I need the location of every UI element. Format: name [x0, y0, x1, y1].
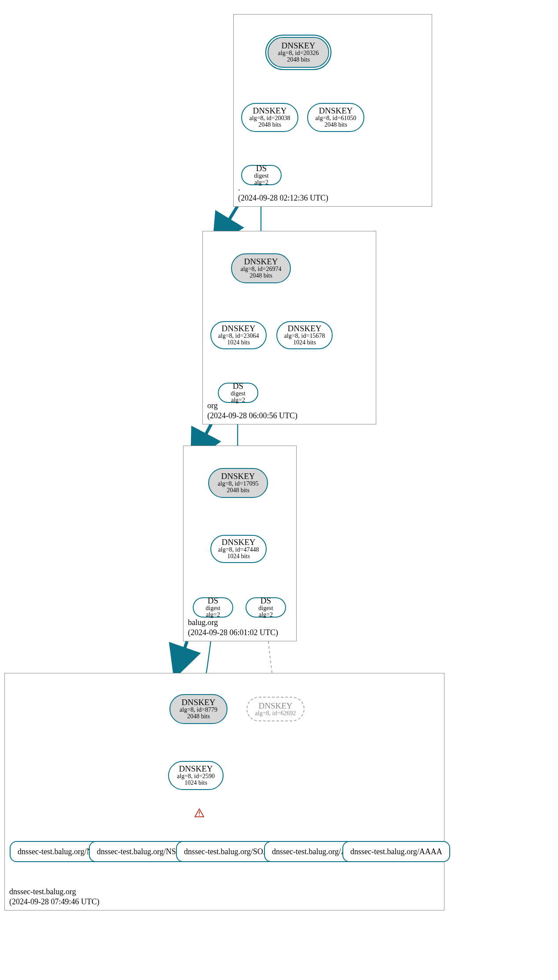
node-title: DNSKEY — [179, 764, 213, 773]
zone-root-time: (2024-09-28 02:12:36 UTC) — [238, 193, 328, 203]
node-sub1: alg=8, id=47448 — [218, 547, 259, 553]
node-title: DNSKEY — [181, 698, 215, 707]
node-sub1: alg=8, id=20326 — [278, 50, 319, 57]
node-sub1: alg=8, id=23064 — [218, 333, 259, 340]
node-title: DNSKEY — [253, 106, 286, 115]
node-sub1: digest alg=2 — [198, 605, 228, 618]
node-sub1: digest alg=2 — [251, 605, 281, 618]
node-title: DNSKEY — [221, 472, 255, 481]
zone-balug-label: balug.org (2024-09-28 06:01:02 UTC) — [188, 618, 278, 637]
node-sub2: 2048 bits — [324, 122, 347, 128]
node-sub2: 2048 bits — [227, 487, 250, 494]
zone-root-label: . (2024-09-28 02:12:36 UTC) — [238, 183, 328, 203]
svg-rect-0 — [199, 811, 200, 814]
node-title: DNSKEY — [319, 106, 352, 115]
node-title: DNSKEY — [287, 324, 321, 333]
node-title: DNSKEY — [244, 257, 278, 266]
node-title: DS — [261, 596, 271, 605]
node-sub1: alg=8, id=15678 — [284, 333, 325, 340]
zone-dnssec-label: dnssec-test.balug.org (2024-09-28 07:49:… — [9, 887, 99, 907]
node-sub2: 1024 bits — [293, 340, 316, 346]
rrset-aaaa[interactable]: dnssec-test.balug.org/AAAA — [342, 841, 450, 862]
rrset-label: dnssec-test.balug.org/SOA — [184, 847, 269, 856]
node-dnssec-ksk[interactable]: DNSKEY alg=8, id=8779 2048 bits — [169, 694, 228, 724]
node-balug-zsk[interactable]: DNSKEY alg=8, id=47448 1024 bits — [210, 535, 267, 563]
zone-balug-name: balug.org — [188, 618, 278, 628]
node-sub2: 1024 bits — [184, 780, 207, 786]
node-sub1: alg=8, id=20038 — [250, 115, 290, 122]
node-title: DS — [208, 596, 218, 605]
zone-org-time: (2024-09-28 06:00:56 UTC) — [207, 411, 297, 421]
zone-org-label: org (2024-09-28 06:00:56 UTC) — [207, 401, 297, 421]
node-title: DNSKEY — [281, 41, 315, 50]
node-sub2: 2048 bits — [187, 713, 210, 720]
node-sub2: 2048 bits — [250, 273, 272, 279]
node-sub1: alg=8, id=8779 — [180, 707, 217, 713]
node-sub1: alg=8, id=26974 — [241, 266, 282, 273]
node-title: DS — [233, 382, 243, 391]
node-sub1: alg=8, id=2590 — [177, 773, 215, 780]
node-org-zsk1[interactable]: DNSKEY alg=8, id=23064 1024 bits — [210, 321, 267, 349]
node-sub2: 2048 bits — [287, 57, 310, 63]
dnssec-delegation-graph: . (2024-09-28 02:12:36 UTC) DNSKEY alg=8… — [0, 0, 558, 980]
svg-rect-1 — [199, 815, 200, 816]
node-sub1: alg=8, id=17095 — [218, 481, 259, 487]
node-title: DNSKEY — [221, 538, 255, 547]
zone-balug-time: (2024-09-28 06:01:02 UTC) — [188, 628, 278, 638]
rrset-label: dnssec-test.balug.org/AAAA — [350, 847, 442, 856]
node-sub1: alg=8, id=61050 — [316, 115, 356, 122]
rrset-label: dnssec-test.balug.org/NS — [18, 847, 97, 856]
zone-dnssec-time: (2024-09-28 07:49:46 UTC) — [9, 897, 99, 907]
node-balug-ds2[interactable]: DS digest alg=2 — [246, 597, 286, 618]
node-dnssec-zsk[interactable]: DNSKEY alg=8, id=2590 1024 bits — [168, 761, 224, 790]
node-dnssec-old[interactable]: DNSKEY alg=8, id=62692 — [246, 697, 305, 721]
node-sub2: 2048 bits — [258, 122, 281, 128]
node-root-zsk2[interactable]: DNSKEY alg=8, id=61050 2048 bits — [307, 103, 364, 132]
node-root-ksk[interactable]: DNSKEY alg=8, id=20326 2048 bits — [268, 37, 329, 68]
node-title: DS — [256, 164, 267, 173]
node-title: DNSKEY — [258, 702, 292, 710]
node-balug-ksk[interactable]: DNSKEY alg=8, id=17095 2048 bits — [208, 468, 268, 498]
node-balug-ds1[interactable]: DS digest alg=2 — [193, 597, 233, 618]
rrset-label: dnssec-test.balug.org/A — [272, 847, 347, 856]
node-sub1: digest alg=2 — [223, 391, 253, 403]
node-root-zsk1[interactable]: DNSKEY alg=8, id=20038 2048 bits — [241, 103, 298, 132]
node-org-ds[interactable]: DS digest alg=2 — [218, 383, 258, 403]
node-org-ksk[interactable]: DNSKEY alg=8, id=26974 2048 bits — [231, 253, 291, 283]
node-sub2: 1024 bits — [227, 553, 250, 560]
zone-dnssec-name: dnssec-test.balug.org — [9, 887, 99, 897]
rrset-a[interactable]: dnssec-test.balug.org/A — [264, 841, 355, 862]
node-sub1: digest alg=2 — [246, 173, 276, 186]
rrset-soa[interactable]: dnssec-test.balug.org/SOA — [176, 841, 277, 862]
node-title: DNSKEY — [221, 324, 255, 333]
node-sub2: 1024 bits — [227, 340, 250, 346]
node-root-ds[interactable]: DS digest alg=2 — [241, 165, 282, 185]
warning-icon — [195, 808, 204, 817]
node-sub1: alg=8, id=62692 — [255, 710, 296, 717]
node-org-zsk2[interactable]: DNSKEY alg=8, id=15678 1024 bits — [276, 321, 333, 349]
